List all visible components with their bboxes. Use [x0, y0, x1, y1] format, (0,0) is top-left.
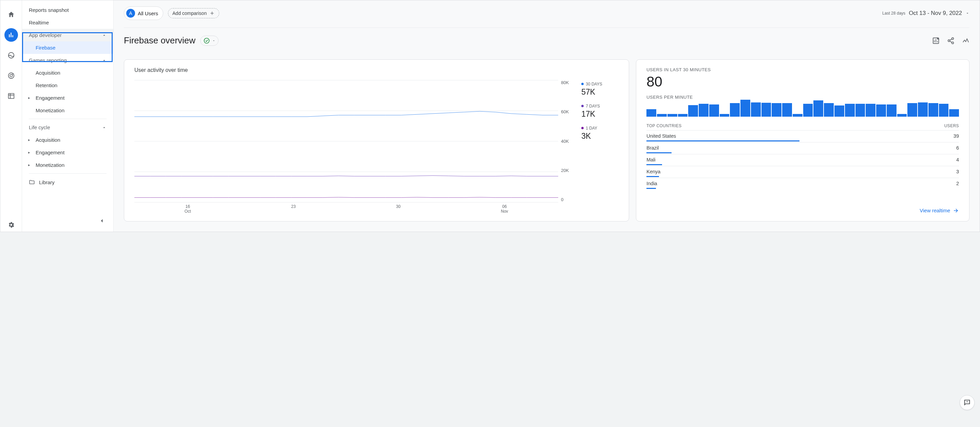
country-row: Brazil6: [646, 142, 959, 154]
svg-point-7: [948, 40, 950, 42]
rail-home-icon[interactable]: [5, 8, 18, 21]
rail-configure-icon[interactable]: [5, 89, 18, 103]
country-row: Kenya3: [646, 166, 959, 178]
view-realtime-link[interactable]: View realtime: [920, 208, 959, 214]
sidebar-item-retention[interactable]: Retention: [22, 79, 113, 92]
card-user-activity: User activity over time 80K60K40K20K0 16…: [124, 59, 629, 221]
users-30m-label: USERS IN LAST 30 MINUTES: [646, 67, 959, 72]
svg-rect-3: [8, 94, 14, 99]
card-realtime: USERS IN LAST 30 MINUTES 80 USERS PER MI…: [636, 59, 969, 221]
sidebar-item-realtime[interactable]: Realtime: [22, 16, 113, 29]
sidebar-group-life-cycle[interactable]: Life cycle: [22, 121, 113, 133]
users-30m-value: 80: [646, 74, 959, 90]
sidebar-item-monetization[interactable]: Monetization: [22, 104, 113, 117]
svg-point-4: [204, 38, 209, 43]
line-chart[interactable]: [134, 80, 558, 202]
date-range-picker[interactable]: Last 28 days Oct 13 - Nov 9, 2022: [882, 10, 969, 17]
country-row: Mali4: [646, 154, 959, 166]
sidebar-item-lc-acquisition[interactable]: ▸Acquisition: [22, 133, 113, 146]
folder-icon: [29, 179, 35, 185]
sidebar-item-lc-engagement[interactable]: ▸Engagement: [22, 146, 113, 159]
customize-report-icon[interactable]: [932, 37, 940, 44]
sidebar-item-firebase[interactable]: Firebase: [22, 41, 113, 54]
chevron-up-icon: [102, 125, 107, 130]
sidebar-item-library[interactable]: Library: [22, 176, 113, 189]
arrow-right-icon: [953, 208, 959, 214]
sidebar-group-games-reporting[interactable]: Games reporting: [22, 54, 113, 67]
divider: [29, 119, 107, 119]
dropdown-icon: [212, 39, 215, 42]
status-indicator[interactable]: [200, 36, 218, 46]
country-row: India2: [646, 178, 959, 190]
card-title: User activity over time: [134, 67, 619, 73]
rail-reports-icon[interactable]: [5, 28, 18, 42]
top-countries-header: TOP COUNTRIES: [646, 124, 681, 128]
page-title: Firebase overview: [124, 35, 196, 46]
users-per-minute-sparkline: [646, 100, 959, 117]
check-circle-icon: [203, 37, 210, 44]
chart-legend: 30 DAYS57K7 DAYS17K1 DAY3K: [581, 80, 619, 214]
dropdown-icon: [966, 11, 969, 15]
main-content: A All Users Add comparison Last 28 days …: [114, 0, 980, 232]
rail-explore-icon[interactable]: [5, 49, 18, 62]
segment-badge: A: [126, 9, 135, 17]
sidebar-group-app-developer[interactable]: App developer: [22, 29, 113, 41]
chevron-up-icon: [102, 33, 107, 38]
sidebar-item-reports-snapshot[interactable]: Reports snapshot: [22, 4, 113, 16]
y-axis: 80K60K40K20K0: [558, 80, 573, 202]
segment-all-users[interactable]: A All Users: [124, 6, 163, 20]
nav-rail: [0, 0, 22, 232]
plus-icon: [209, 11, 215, 16]
svg-point-8: [952, 42, 954, 44]
rail-advertising-icon[interactable]: [5, 69, 18, 83]
segment-label: All Users: [138, 11, 158, 16]
insights-icon[interactable]: [962, 37, 969, 44]
rail-settings-icon[interactable]: [5, 218, 18, 232]
users-header: USERS: [944, 124, 959, 128]
add-comparison-button[interactable]: Add comparison: [168, 8, 219, 18]
chevron-up-icon: [102, 58, 107, 63]
divider: [29, 173, 107, 174]
x-axis: 16Oct233006Nov: [134, 204, 573, 214]
sidebar-item-engagement[interactable]: ▸Engagement: [22, 92, 113, 104]
users-per-minute-label: USERS PER MINUTE: [646, 95, 959, 100]
sidebar: Reports snapshot Realtime App developer …: [22, 0, 114, 232]
svg-point-6: [952, 37, 954, 39]
sidebar-item-lc-monetization[interactable]: ▸Monetization: [22, 159, 113, 171]
collapse-sidebar-button[interactable]: [99, 217, 105, 225]
country-row: United States39: [646, 130, 959, 142]
sidebar-item-acquisition[interactable]: Acquisition: [22, 67, 113, 79]
share-icon[interactable]: [947, 37, 955, 44]
